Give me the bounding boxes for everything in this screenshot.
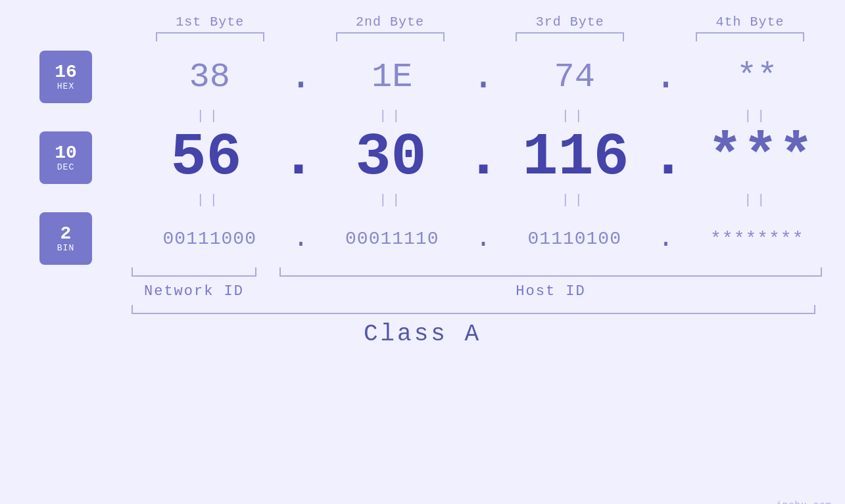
badge-dec: 10 DEC [39,131,92,184]
dot-hex-3: . [653,57,679,97]
dot-dec-1: . [281,128,316,187]
equals-2-1: || [132,193,288,208]
bin-byte-3: 01110100 [496,229,653,249]
badge-hex-number: 16 [55,63,77,81]
dot-dec-2: . [466,128,501,187]
network-id-bracket [132,267,256,277]
badge-bin-number: 2 [60,225,72,243]
byte-label-1: 1st Byte [132,14,289,30]
class-label: Class A [0,321,845,348]
badge-hex: 16 HEX [39,51,92,103]
byte-label-3: 3rd Byte [492,14,649,30]
equals-1-4: || [679,108,836,124]
byte-label-4: 4th Byte [671,14,829,30]
hex-byte-4: ** [679,58,836,97]
equals-2-3: || [496,193,653,208]
bin-byte-1: 00111000 [132,229,288,249]
hex-byte-3: 74 [496,58,653,97]
dot-hex-2: . [470,57,496,97]
dot-bin-3: . [653,224,679,254]
badge-bin: 2 BIN [39,212,92,265]
dot-hex-1: . [288,57,314,97]
dec-byte-3: 116 [501,128,650,187]
top-bracket-1 [156,32,264,41]
dec-byte-2: 30 [316,128,466,187]
equals-1-2: || [314,108,471,124]
full-bottom-bracket [132,305,815,314]
equals-2-4: || [679,193,836,208]
network-id-label: Network ID [132,283,256,300]
bin-byte-4: ******** [679,229,836,249]
badge-bin-label: BIN [57,243,74,253]
top-bracket-4 [696,32,804,41]
dec-byte-1: 56 [132,128,281,187]
equals-1-3: || [496,108,653,124]
top-bracket-3 [516,32,624,41]
badge-hex-label: HEX [57,81,74,91]
dot-bin-1: . [288,224,314,254]
byte-label-2: 2nd Byte [312,14,469,30]
host-id-bracket [279,267,822,277]
badge-dec-number: 10 [55,144,77,162]
bin-byte-2: 00011110 [314,229,471,249]
equals-2-2: || [314,193,471,208]
dot-dec-3: . [650,128,686,187]
badge-dec-label: DEC [57,162,74,172]
hex-byte-2: 1E [314,58,471,97]
page-container: 1st Byte 2nd Byte 3rd Byte 4th Byte 16 H… [0,14,845,504]
top-bracket-2 [336,32,445,41]
hex-byte-1: 38 [132,58,288,97]
dec-byte-4: *** [686,128,835,187]
equals-1-1: || [132,108,288,124]
dot-bin-2: . [470,224,496,254]
host-id-label: Host ID [279,283,822,300]
watermark: ipshu.com [776,500,832,504]
